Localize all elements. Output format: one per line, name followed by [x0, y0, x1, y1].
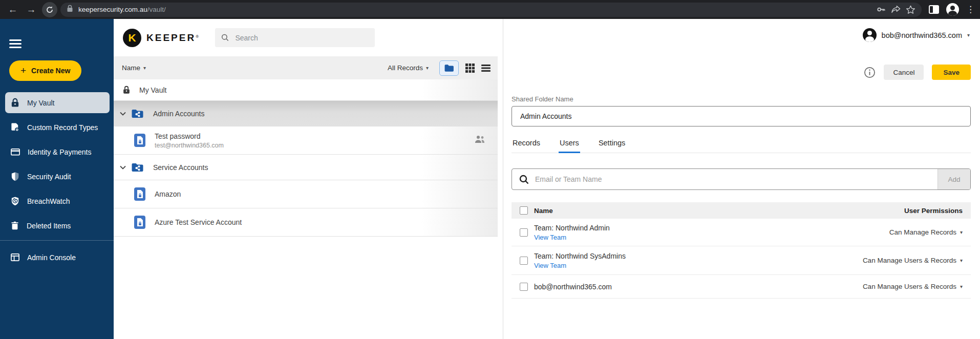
grid-view-button[interactable]: [465, 63, 475, 73]
row-checkbox[interactable]: [520, 283, 528, 291]
sidebar-item-label: BreachWatch: [27, 197, 70, 205]
tree-item-test-password[interactable]: Test password test@northwind365.com: [114, 126, 498, 155]
shared-users-icon[interactable]: [474, 135, 485, 145]
chevron-down-icon: ▾: [960, 284, 963, 289]
permission-value: Can Manage Users & Records: [863, 257, 956, 264]
user-name: Team: Northwind SysAdmins: [534, 252, 626, 260]
vault-search-input[interactable]: [235, 34, 369, 42]
table-row[interactable]: bob@northwind365.com Can Manage Users & …: [512, 275, 971, 299]
browser-toolbar: ← → keepersecurity.com.au/vault/ ⋮: [0, 0, 980, 19]
browser-refresh-icon[interactable]: [42, 2, 57, 17]
password-key-icon[interactable]: [876, 5, 886, 14]
filter-label: All Records: [388, 64, 423, 72]
create-new-label: Create New: [31, 67, 70, 75]
create-new-button[interactable]: + Create New: [9, 60, 81, 81]
url-host: keepersecurity.com.au: [78, 6, 147, 13]
record-icon: [134, 187, 145, 201]
permission-dropdown[interactable]: Can Manage Users & Records ▾: [863, 283, 963, 290]
record-filter-dropdown[interactable]: All Records ▾: [388, 64, 429, 72]
registered-mark: ®: [196, 34, 199, 38]
lock-icon: [122, 85, 131, 95]
lock-icon: [10, 98, 20, 108]
tab-records[interactable]: Records: [512, 139, 541, 153]
sidebar-item-label: Admin Console: [27, 253, 76, 262]
address-bar[interactable]: keepersecurity.com.au/vault/: [60, 3, 922, 17]
shield-icon: [10, 172, 20, 181]
chevron-down-icon[interactable]: [120, 165, 126, 170]
vault-header: K KEEPER®: [114, 19, 503, 56]
keeper-wordmark: KEEPER: [146, 32, 196, 43]
sidebar-item-deleted-items[interactable]: Deleted Items: [5, 215, 110, 236]
hamburger-menu-icon[interactable]: [9, 39, 22, 48]
url-path: /vault/: [147, 6, 166, 13]
sidebar-item-admin-console[interactable]: Admin Console: [5, 247, 110, 268]
account-avatar-icon: [863, 28, 877, 42]
sidebar-nav: My Vault Custom Record Types Identity & …: [0, 92, 114, 268]
info-icon[interactable]: [864, 67, 876, 78]
chevron-down-icon: ▾: [960, 229, 963, 235]
table-header: Name User Permissions: [512, 202, 971, 219]
save-button[interactable]: Save: [932, 65, 971, 80]
browser-forward-icon[interactable]: →: [24, 2, 39, 17]
row-checkbox[interactable]: [520, 257, 528, 265]
browser-back-icon[interactable]: ←: [5, 2, 20, 17]
sidebar-item-my-vault[interactable]: My Vault: [5, 92, 110, 113]
app-sidebar: + Create New My Vault Custom Record Type…: [0, 19, 114, 339]
vault-panel: K KEEPER® Name ▾ All Records ▾: [114, 19, 503, 339]
add-user-button[interactable]: Add: [938, 169, 970, 189]
shared-folder-detail-panel: bob@northwind365.com ▾ Cancel Save Share…: [503, 19, 980, 339]
user-search-input[interactable]: [535, 169, 938, 189]
shared-folder-name-label: Shared Folder Name: [512, 95, 971, 103]
detail-body: Shared Folder Name Records Users Setting…: [503, 80, 980, 299]
sort-dropdown[interactable]: Name ▾: [122, 64, 146, 72]
permissions-column-header: User Permissions: [904, 207, 963, 215]
folder-view-button[interactable]: [439, 60, 459, 76]
tree-item-service-accounts[interactable]: Service Accounts: [114, 155, 498, 180]
sidebar-item-identity-payments[interactable]: Identity & Payments: [5, 141, 110, 162]
sidebar-item-breachwatch[interactable]: BreachWatch: [5, 190, 110, 211]
browser-profile-icon[interactable]: [946, 3, 959, 16]
select-all-checkbox[interactable]: [520, 206, 528, 215]
tree-item-amazon[interactable]: Amazon: [114, 180, 498, 208]
user-name: bob@northwind365.com: [534, 283, 612, 291]
tab-users[interactable]: Users: [559, 139, 580, 153]
sidebar-item-security-audit[interactable]: Security Audit: [5, 166, 110, 187]
side-panel-icon[interactable]: [929, 5, 939, 14]
bookmark-star-icon[interactable]: [906, 5, 915, 14]
permission-dropdown[interactable]: Can Manage Records ▾: [889, 228, 963, 236]
record-gear-icon: [10, 122, 20, 132]
view-team-link[interactable]: View Team: [534, 262, 626, 269]
tree-item-label: My Vault: [139, 86, 166, 94]
row-checkbox[interactable]: [520, 228, 528, 237]
site-security-lock-icon[interactable]: [67, 5, 73, 14]
tab-settings[interactable]: Settings: [598, 139, 626, 153]
share-icon[interactable]: [891, 5, 901, 14]
user-permissions-table: Name User Permissions Team: Northwind Ad…: [512, 202, 971, 299]
tree-item-azure-test-service-account[interactable]: Azure Test Service Account: [114, 208, 498, 237]
tree-item-label: Service Accounts: [153, 163, 208, 172]
chevron-down-icon[interactable]: [120, 112, 126, 116]
table-row[interactable]: Team: Northwind Admin View Team Can Mana…: [512, 219, 971, 246]
list-view-button[interactable]: [481, 64, 491, 72]
record-icon: [134, 134, 145, 147]
sort-label: Name: [122, 64, 140, 72]
grid-icon: [465, 63, 475, 73]
sidebar-item-label: My Vault: [27, 99, 54, 107]
browser-menu-kebab-icon[interactable]: ⋮: [966, 4, 975, 15]
record-text: Test password test@northwind365.com: [155, 132, 224, 149]
record-title: Test password: [155, 132, 224, 140]
vault-search: [215, 28, 375, 47]
shared-folder-name-input[interactable]: [512, 106, 971, 126]
permission-dropdown[interactable]: Can Manage Users & Records ▾: [863, 257, 963, 264]
table-row[interactable]: Team: Northwind SysAdmins View Team Can …: [512, 246, 971, 275]
sidebar-divider: [0, 240, 114, 241]
sidebar-item-label: Deleted Items: [27, 222, 71, 230]
tree-item-my-vault[interactable]: My Vault: [114, 79, 498, 101]
cancel-button[interactable]: Cancel: [884, 65, 924, 80]
tree-item-admin-accounts[interactable]: Admin Accounts: [114, 101, 498, 126]
view-team-link[interactable]: View Team: [534, 234, 610, 241]
sidebar-item-custom-record-types[interactable]: Custom Record Types: [5, 117, 110, 138]
permission-value: Can Manage Users & Records: [863, 283, 956, 290]
account-menu[interactable]: bob@northwind365.com ▾: [503, 19, 980, 51]
plus-icon: +: [20, 65, 26, 76]
